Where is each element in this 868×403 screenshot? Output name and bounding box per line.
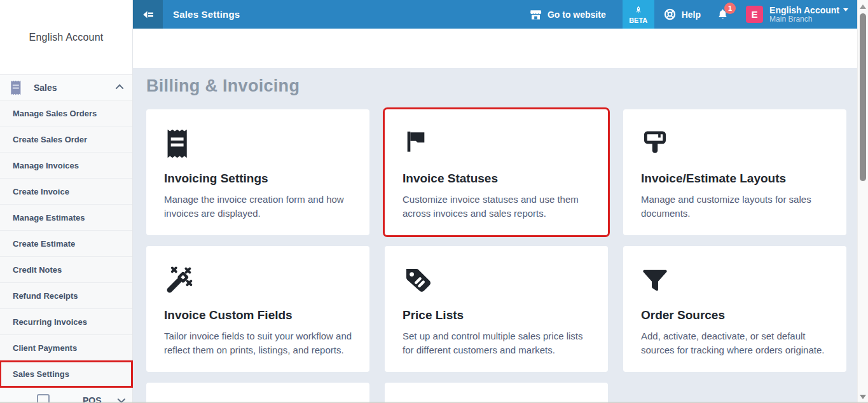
card-invoice-estimate-layouts[interactable]: Invoice/Estimate Layouts Manage and cust… xyxy=(623,109,846,235)
card-order-sources[interactable]: Order Sources Add, activate, deactivate,… xyxy=(623,246,846,372)
card-description: Tailor invoice fields to suit your workf… xyxy=(164,329,355,357)
go-to-website-button[interactable]: Go to website xyxy=(529,8,606,21)
vertical-scrollbar[interactable] xyxy=(857,0,868,403)
sidebar-section-label: Sales xyxy=(34,83,57,93)
settings-section: Billing & Invoicing Invoicing Settings M… xyxy=(133,68,857,403)
sidebar-item-label: Sales Settings xyxy=(13,369,69,379)
caret-down-icon xyxy=(843,8,848,11)
notification-badge: 1 xyxy=(724,3,736,14)
help-label: Help xyxy=(682,10,701,20)
main-content: Billing & Invoicing Invoicing Settings M… xyxy=(133,29,857,403)
sidebar-item-label: Credit Notes xyxy=(13,265,62,275)
card-title: Order Sources xyxy=(641,308,829,322)
sidebar-menu: Manage Sales Orders Create Sales Order M… xyxy=(0,100,132,387)
store-icon xyxy=(529,8,542,21)
sidebar-item-create-sales-order[interactable]: Create Sales Order xyxy=(0,126,132,153)
card-title: Invoice Custom Fields xyxy=(164,308,352,322)
sidebar-item-label: Client Payments xyxy=(13,343,77,353)
beta-label: BETA xyxy=(629,17,647,24)
collapse-back-icon xyxy=(141,7,156,22)
sidebar-item-label: Create Sales Order xyxy=(13,135,87,144)
receipt-icon xyxy=(164,128,352,160)
card-title: Invoicing Settings xyxy=(164,172,352,186)
sidebar-item-label: Manage Invoices xyxy=(13,161,79,170)
card-description: Manage and customize layouts for sales d… xyxy=(641,193,832,221)
card-partial[interactable] xyxy=(146,383,369,403)
sidebar-item-label: Create Estimate xyxy=(13,239,75,249)
chevron-up-icon xyxy=(116,85,124,93)
user-names: English Account Main Branch xyxy=(769,5,848,24)
receipt-icon xyxy=(9,80,23,95)
card-description: Add, activate, deactivate, or set defaul… xyxy=(641,329,832,357)
sidebar-item-label: Manage Sales Orders xyxy=(13,109,97,118)
flag-icon xyxy=(403,128,590,160)
beta-button[interactable]: BETA xyxy=(623,0,654,29)
notifications-button[interactable]: 1 xyxy=(716,8,729,22)
scroll-up-arrow-icon[interactable] xyxy=(860,4,866,9)
sidebar-item-create-estimate[interactable]: Create Estimate xyxy=(0,231,132,257)
collapse-sidebar-button[interactable] xyxy=(133,0,163,29)
user-menu-button[interactable]: E English Account Main Branch xyxy=(746,5,848,24)
user-branch: Main Branch xyxy=(769,15,848,24)
magic-wand-icon xyxy=(164,265,352,297)
sidebar-item-manage-estimates[interactable]: Manage Estimates xyxy=(0,205,132,231)
sidebar-item-refund-receipts[interactable]: Refund Receipts xyxy=(0,283,132,309)
section-heading: Billing & Invoicing xyxy=(133,68,857,96)
card-invoice-statuses[interactable]: Invoice Statuses Customize invoice statu… xyxy=(385,109,608,235)
scrollbar-thumb[interactable] xyxy=(860,13,866,181)
sidebar-item-manage-sales-orders[interactable]: Manage Sales Orders xyxy=(0,100,132,126)
avatar-initial: E xyxy=(752,9,758,20)
rocket-icon xyxy=(633,5,644,16)
card-price-lists[interactable]: Price Lists Set up and control multiple … xyxy=(385,246,608,372)
topbar: Sales Settings Go to website BETA xyxy=(133,0,857,29)
card-partial[interactable] xyxy=(385,383,608,403)
sidebar-item-recurring-invoices[interactable]: Recurring Invoices xyxy=(0,309,132,335)
sidebar-account-header: English Account xyxy=(0,0,132,74)
sidebar-item-credit-notes[interactable]: Credit Notes xyxy=(0,257,132,283)
scroll-down-arrow-icon[interactable] xyxy=(860,395,866,399)
tag-icon xyxy=(403,265,590,297)
go-to-website-label: Go to website xyxy=(548,10,606,20)
sidebar-section-sales[interactable]: Sales xyxy=(0,74,132,100)
card-description: Manage the invoice creation form and how… xyxy=(164,193,355,221)
sidebar-item-manage-invoices[interactable]: Manage Invoices xyxy=(0,153,132,179)
page-title: Sales Settings xyxy=(173,9,240,20)
help-button[interactable]: Help xyxy=(663,8,701,21)
card-invoice-custom-fields[interactable]: Invoice Custom Fields Tailor invoice fie… xyxy=(146,246,369,372)
card-title: Price Lists xyxy=(403,308,590,322)
account-name: English Account xyxy=(29,32,104,43)
card-description: Customize invoice statuses and use them … xyxy=(403,193,593,221)
avatar: E xyxy=(746,6,763,23)
card-description: Set up and control multiple sales price … xyxy=(403,329,593,357)
sidebar-item-create-invoice[interactable]: Create Invoice xyxy=(0,179,132,205)
sidebar-item-label: Manage Estimates xyxy=(13,213,85,222)
sidebar-item-label: Create Invoice xyxy=(13,187,69,196)
card-title: Invoice Statuses xyxy=(403,172,590,186)
paint-brush-icon xyxy=(641,128,829,160)
sidebar-item-sales-settings[interactable]: Sales Settings xyxy=(0,361,132,387)
sidebar-section-pos[interactable]: POS xyxy=(0,387,132,403)
sidebar-item-client-payments[interactable]: Client Payments xyxy=(0,335,132,361)
card-title: Invoice/Estimate Layouts xyxy=(641,172,829,186)
sidebar: English Account Sales Manage Sales Order… xyxy=(0,0,133,403)
cards-grid: Invoicing Settings Manage the invoice cr… xyxy=(146,109,846,403)
help-ring-icon xyxy=(663,8,677,21)
user-account-name: English Account xyxy=(769,5,839,15)
sidebar-item-label: Recurring Invoices xyxy=(13,317,87,327)
filter-funnel-icon xyxy=(641,265,829,297)
card-invoicing-settings[interactable]: Invoicing Settings Manage the invoice cr… xyxy=(146,109,369,235)
sidebar-item-label: Refund Receipts xyxy=(13,291,78,301)
